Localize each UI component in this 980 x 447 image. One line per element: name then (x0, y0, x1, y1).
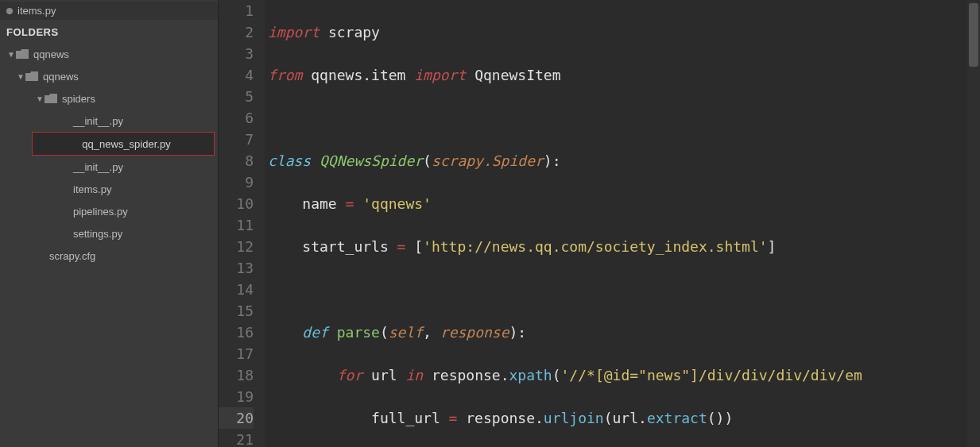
tree-label: qq_news_spider.py (82, 138, 170, 150)
line-number: 3 (219, 43, 254, 64)
tree-file[interactable]: scrapy.cfg (0, 245, 218, 267)
line-number: 21 (219, 429, 254, 447)
tree-label: pipelines.py (73, 206, 128, 218)
sidebar: items.py FOLDERS ▼ qqnews ▼ qqnews ▼ spi… (0, 0, 219, 447)
line-number: 9 (219, 171, 254, 193)
code-editor[interactable]: 1 2 3 4 5 6 7 8 9 10 11 12 13 14 15 16 1… (219, 0, 980, 447)
line-number: 5 (219, 86, 254, 107)
line-number: 7 (219, 129, 254, 150)
tree-label: __init__.py (73, 161, 123, 173)
chevron-down-icon: ▼ (16, 72, 25, 81)
line-number: 1 (219, 0, 254, 21)
line-number: 18 (219, 364, 254, 386)
tree-label: __init__.py (73, 115, 123, 127)
vertical-scrollbar[interactable] (967, 0, 980, 447)
line-number: 14 (219, 279, 254, 300)
line-number: 15 (219, 300, 254, 322)
tree-label: qqnews (33, 48, 69, 60)
line-number: 6 (219, 107, 254, 129)
folders-header: FOLDERS (0, 20, 218, 43)
tree-label: qqnews (43, 71, 79, 83)
tree-folder-sub[interactable]: ▼ qqnews (0, 65, 218, 87)
tree-folder-root[interactable]: ▼ qqnews (0, 43, 218, 65)
line-number-gutter: 1 2 3 4 5 6 7 8 9 10 11 12 13 14 15 16 1… (219, 0, 265, 447)
line-number: 17 (219, 343, 254, 364)
line-number: 8 (219, 150, 254, 171)
tree-label: items.py (73, 183, 111, 195)
line-number: 2 (219, 21, 254, 43)
folder-icon (16, 49, 29, 59)
tree-label: scrapy.cfg (49, 250, 95, 262)
tree-folder-spiders[interactable]: ▼ spiders (0, 87, 218, 110)
line-number: 10 (219, 193, 254, 214)
tree-label: settings.py (73, 228, 122, 240)
tree-file[interactable]: __init__.py (0, 110, 218, 132)
line-number: 16 (219, 322, 254, 343)
chevron-down-icon: ▼ (6, 50, 16, 59)
scroll-thumb[interactable] (969, 3, 978, 67)
folder-icon (45, 94, 57, 103)
line-number: 11 (219, 214, 254, 236)
tree-file[interactable]: __init__.py (0, 156, 218, 178)
folder-icon (25, 71, 38, 81)
line-number: 20 (219, 407, 254, 429)
open-file-tab[interactable]: items.py (0, 2, 218, 20)
code-area[interactable]: import scrapy from qqnews.item import Qq… (265, 0, 980, 447)
chevron-down-icon: ▼ (35, 94, 45, 103)
line-number: 13 (219, 257, 254, 279)
tree-file[interactable]: pipelines.py (0, 200, 218, 222)
tree-file-selected[interactable]: qq_news_spider.py (32, 132, 215, 156)
line-number: 19 (219, 386, 254, 407)
tree-file[interactable]: settings.py (0, 222, 218, 245)
line-number: 12 (219, 236, 254, 257)
file-tree: ▼ qqnews ▼ qqnews ▼ spiders __init__.py … (0, 43, 218, 267)
tree-label: spiders (62, 93, 95, 105)
tab-filename: items.py (17, 5, 56, 17)
modified-dot-icon (6, 8, 13, 14)
tree-file[interactable]: items.py (0, 178, 218, 200)
line-number: 4 (219, 64, 254, 86)
